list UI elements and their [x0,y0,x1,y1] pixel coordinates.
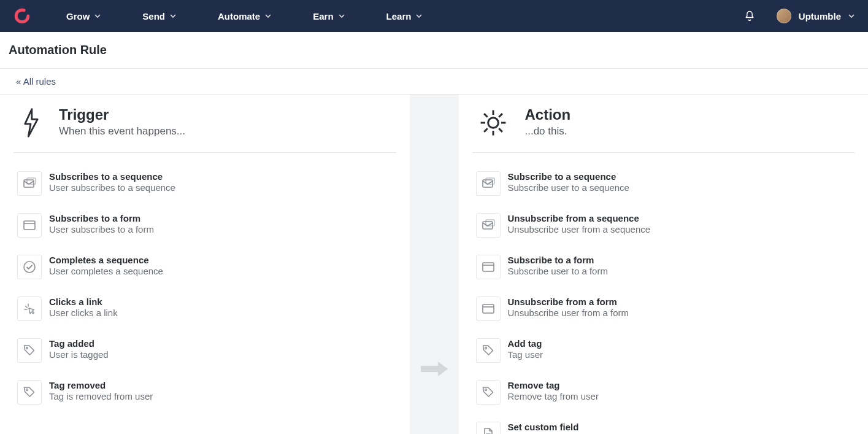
action-subtitle: ...do this. [525,125,571,138]
option-subtitle: User subscribes to a sequence [49,182,175,193]
tag-icon [17,380,42,405]
avatar [777,9,791,23]
nav-learn[interactable]: Learn [386,11,423,21]
trigger-option[interactable]: Completes a sequenceUser completes a seq… [17,250,396,292]
logo-icon [13,7,31,25]
nav-grow[interactable]: Grow [66,11,101,21]
option-title: Subscribe to a sequence [508,171,629,182]
nav-earn-label: Earn [313,11,333,21]
trigger-option-list: Subscribes to a sequenceUser subscribes … [13,153,396,417]
doc-icon [476,422,501,434]
sequence-icon [476,213,501,238]
tag-icon [476,380,501,405]
option-subtitle: Subscribe user to a sequence [508,182,629,193]
option-subtitle: User clicks a link [49,308,118,318]
sequence-icon [17,171,42,196]
option-title: Remove tag [508,380,599,390]
action-option[interactable]: Set custom fieldSet a custom field value… [476,417,855,434]
account-menu[interactable]: Uptumble [777,9,855,23]
trigger-option[interactable]: Clicks a linkUser clicks a link [17,292,396,333]
action-option[interactable]: Subscribe to a sequenceSubscribe user to… [476,166,855,208]
nav-earn[interactable]: Earn [313,11,344,21]
option-title: Tag added [49,338,109,349]
option-title: Unsubscribe from a form [508,296,629,307]
chevron-down-icon [94,13,101,19]
nav-send-label: Send [142,11,165,21]
action-option-list: Subscribe to a sequenceSubscribe user to… [472,153,855,434]
option-subtitle: User completes a sequence [49,266,163,276]
option-subtitle: Tag user [508,349,543,360]
arrow-right-icon [420,360,449,378]
click-icon [17,296,42,321]
trigger-panel: Trigger When this event happens... Subsc… [0,95,410,434]
option-title: Subscribes to a form [49,213,154,223]
breadcrumb-row: « All rules [0,69,868,95]
trigger-option[interactable]: Tag removedTag is removed from user [17,375,396,417]
chevron-down-icon [265,13,271,19]
option-title: Set custom field [508,422,656,432]
trigger-option[interactable]: Subscribes to a sequenceUser subscribes … [17,166,396,208]
option-title: Subscribes to a sequence [49,171,175,182]
nav-automate-label: Automate [218,11,260,21]
option-subtitle: Tag is removed from user [49,391,153,401]
nav-grow-label: Grow [66,11,90,21]
option-subtitle: Remove tag from user [508,391,599,401]
action-option[interactable]: Unsubscribe from a formUnsubscribe user … [476,292,855,333]
bell-icon[interactable] [743,10,756,22]
page-header: Automation Rule [0,32,868,69]
option-subtitle: Unsubscribe user from a sequence [508,224,651,234]
trigger-option[interactable]: Subscribes to a formUser subscribes to a… [17,208,396,250]
option-title: Add tag [508,338,543,349]
action-panel: Action ...do this. Subscribe to a sequen… [459,95,869,434]
chevron-down-icon [339,13,345,19]
option-title: Tag removed [49,380,153,390]
action-option[interactable]: Remove tagRemove tag from user [476,375,855,417]
option-subtitle: Unsubscribe user from a form [508,308,629,318]
nav-automate[interactable]: Automate [218,11,271,21]
chevron-down-icon [416,13,422,19]
tag-icon [17,338,42,363]
form-icon [476,255,501,279]
trigger-option[interactable]: Tag addedUser is tagged [17,333,396,375]
page-title: Automation Rule [9,43,859,57]
form-icon [17,213,42,238]
form-icon [476,296,501,321]
nav-learn-label: Learn [386,11,412,21]
action-option[interactable]: Unsubscribe from a sequenceUnsubscribe u… [476,208,855,250]
divider-column [410,95,459,434]
option-title: Unsubscribe from a sequence [508,213,651,223]
option-title: Subscribe to a form [508,255,608,265]
action-title: Action [525,107,571,123]
trigger-title: Trigger [59,107,185,123]
breadcrumb-all-rules[interactable]: « All rules [16,76,56,87]
account-name: Uptumble [799,11,841,21]
option-subtitle: User is tagged [49,349,109,360]
nav-send[interactable]: Send [142,11,176,21]
option-title: Clicks a link [49,296,118,307]
top-nav: Grow Send Automate Earn Learn Uptumble [0,0,868,32]
chevron-down-icon [848,13,855,19]
option-subtitle: User subscribes to a form [49,224,154,234]
nav-items: Grow Send Automate Earn Learn [66,11,422,21]
check-icon [17,255,42,279]
action-option[interactable]: Add tagTag user [476,333,855,375]
chevron-down-icon [170,13,176,19]
action-option[interactable]: Subscribe to a formSubscribe user to a f… [476,250,855,292]
svg-point-6 [16,10,28,22]
trigger-subtitle: When this event happens... [59,125,185,138]
bolt-icon [18,107,43,139]
sequence-icon [476,171,501,196]
tag-icon [476,338,501,363]
gear-icon [477,107,509,139]
option-title: Completes a sequence [49,255,163,265]
option-subtitle: Subscribe user to a form [508,266,608,276]
